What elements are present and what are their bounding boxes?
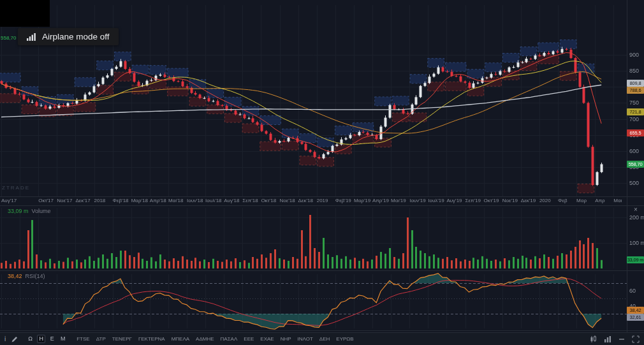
bottom-toolbar: i ΩΗΕΜ FTSEΔΤΡΤΕΝΕΡΓΓΕΚΤΕΡΝΑΜΠΕΛΑΑΔΜΗΕΠΑ… (0, 332, 644, 345)
ticker-item[interactable]: ΓΕΚΤΕΡΝΑ (138, 336, 165, 342)
ticker-item[interactable]: ΕΧΑΕ (260, 336, 274, 342)
time-axis-label: 2018 (94, 198, 106, 204)
time-axis-label: Οκτ'19 (484, 198, 499, 204)
time-axis-label: Δεκ'17 (75, 198, 90, 204)
time-axis-label: Δεκ'19 (521, 198, 536, 204)
rsi-badge: 38,42 (627, 307, 644, 314)
volume-value: 33,09 m (8, 208, 29, 214)
price-axis-tick: 500 (629, 180, 639, 186)
time-axis-label: Ιουλ'19 (428, 198, 444, 204)
volume-axis-tick: 200 m (629, 214, 644, 221)
ticker-item[interactable]: ΝΗΡ (281, 336, 291, 342)
time-axis-label: 2020 (539, 198, 551, 204)
volume-axis-tick: 100 m (629, 240, 644, 246)
time-axis-label: Νοε'17 (57, 198, 72, 204)
ticker-item[interactable]: ΕΕΕ (244, 336, 254, 342)
time-axis-label: Νοε'18 (280, 198, 295, 204)
ticker-item[interactable]: ΕΥΡΩΒ (336, 336, 353, 342)
ztrade-watermark: ZTRADE (2, 185, 30, 191)
time-axis-label: Ιουν'18 (187, 198, 203, 204)
rsi-label: RSI(14) (26, 273, 45, 279)
info-icon[interactable]: i (4, 335, 6, 343)
price-badge: 809,8 (627, 80, 644, 87)
rsi-legend: 38,42RSI(14) (8, 273, 45, 279)
time-axis-label: 2019 (317, 198, 328, 204)
time-axis-label: Νοε'19 (502, 198, 518, 204)
toolbar-right-icons (590, 335, 640, 343)
ticker-item[interactable]: ΔΕΗ (319, 336, 330, 342)
screen-black-patch (0, 0, 50, 27)
signal-bars-icon (27, 33, 36, 41)
time-axis-label: Αυγ'19 (446, 198, 462, 204)
volume-legend: 33,09 mVolume (8, 208, 51, 214)
ticker-item[interactable]: ΑΔΜΗΕ (196, 336, 214, 342)
time-axis-label: Δεκ'18 (298, 198, 313, 204)
time-axis-label: Σεπ'18 (242, 198, 258, 204)
time-axis-label: Μαι'18 (168, 198, 184, 204)
timeframe-button-Ε[interactable]: Ε (48, 335, 56, 343)
ticker-item[interactable]: ΠΑΣΑΛ (221, 336, 238, 342)
zoom-out-icon[interactable] (618, 335, 626, 343)
time-axis-label: Σεπ'19 (465, 198, 481, 204)
rsi-value: 38,42 (8, 273, 22, 279)
timeframe-button-Ω[interactable]: Ω (26, 335, 34, 343)
rsi-axis-tick: 60 (629, 288, 636, 294)
ticker-item[interactable]: FTSE (77, 336, 89, 342)
timeframe-button-Μ[interactable]: Μ (59, 335, 67, 343)
time-axis-label: Μαι (613, 198, 622, 204)
time-axis-label: Μαι'19 (391, 198, 406, 204)
price-badge: 788,6 (627, 87, 644, 94)
draw-icon[interactable] (11, 336, 18, 342)
ticker-item[interactable]: ΙΝΛΟΤ (298, 336, 313, 342)
ticker-item[interactable]: ΤΕΝΕΡΓ (112, 336, 132, 342)
price-badge: 558,70 (627, 161, 644, 168)
rsi-badge: 32,61 (627, 314, 644, 321)
time-axis-label: Οκτ'18 (261, 198, 276, 204)
time-axis-label: Απρ (595, 198, 604, 204)
price-axis-tick: 700 (629, 116, 639, 122)
toast-text: Airplane mode off (42, 32, 110, 41)
price-axis-tick: 850 (629, 68, 639, 74)
ticker-watchlist: FTSEΔΤΡΤΕΝΕΡΓΓΕΚΤΕΡΝΑΜΠΕΛΑΑΔΜΗΕΠΑΣΑΛΕΕΕΕ… (77, 336, 353, 342)
ticker-item[interactable]: ΔΤΡ (96, 336, 106, 342)
time-axis-label: Μαρ'19 (354, 198, 370, 204)
price-badge: 721,8 (627, 108, 644, 115)
time-axis-label: Απρ'19 (372, 198, 389, 204)
price-axis-tick: 900 (629, 52, 639, 58)
time-axis-label: Οκτ'17 (38, 198, 54, 204)
trading-app-window: ZTRADE 33,09 mVolume 38,42RSI(14) × 558,… (0, 0, 644, 345)
time-axis-label: Αυγ'17 (1, 198, 17, 204)
airplane-mode-toast: Airplane mode off (18, 28, 119, 45)
time-axis-label: Φεβ (558, 198, 567, 204)
time-axis-label: Αυγ'18 (224, 198, 239, 204)
timeframe-group: ΩΗΕΜ (26, 335, 67, 343)
candlestick-chart-icon[interactable] (590, 335, 597, 343)
time-axis-label: Ιουλ'18 (205, 198, 221, 204)
price-axis-tick: 600 (629, 148, 639, 154)
volume-badge: 33,09 m (627, 256, 644, 263)
time-axis-label: Φεβ'19 (335, 198, 351, 204)
time-axis-label: Μαρ (576, 198, 587, 204)
axis-overlay: ZTRADE 33,09 mVolume 38,42RSI(14) × 558,… (0, 0, 644, 332)
time-axis-label: Ιουν'19 (409, 198, 425, 204)
volume-label: Volume (32, 208, 51, 214)
time-axis-label: Απρ'18 (150, 198, 166, 204)
price-axis-tick: 750 (629, 99, 639, 106)
time-axis-label: Μαρ'18 (131, 198, 148, 204)
ticker-item[interactable]: ΜΠΕΛΑ (172, 336, 189, 342)
column-chart-icon[interactable] (604, 335, 611, 343)
time-axis-label: Φεβ'18 (113, 198, 129, 204)
fullscreen-icon[interactable] (632, 335, 640, 343)
timeframe-button-Η[interactable]: Η (37, 335, 45, 343)
price-badge: 655,5 (627, 129, 644, 136)
volume-pane-close-icon[interactable]: × (634, 207, 638, 213)
